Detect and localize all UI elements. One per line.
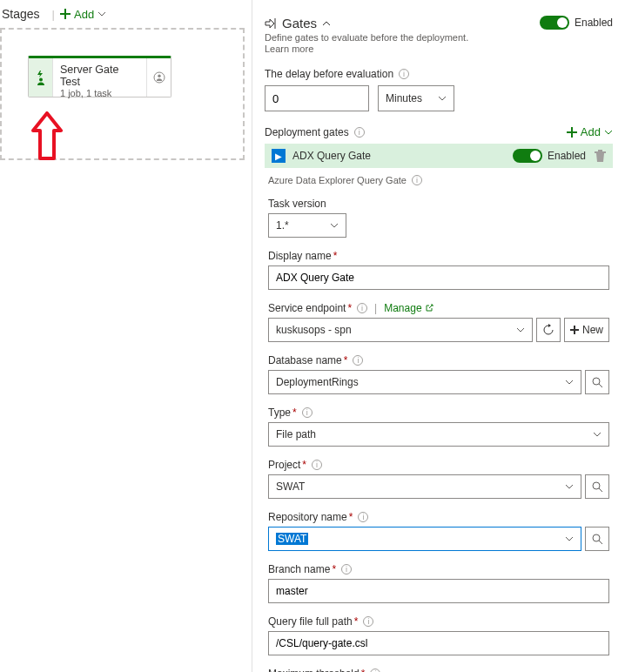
search-icon — [592, 481, 603, 493]
gates-subtitle: Define gates to evaluate before the depl… — [265, 32, 468, 43]
chevron-down-icon — [604, 128, 613, 137]
refresh-endpoint-button[interactable] — [536, 318, 561, 342]
refresh-icon — [542, 324, 554, 336]
red-arrow-annotation — [31, 111, 63, 162]
query-path-input[interactable] — [268, 631, 609, 655]
stage-name: Server Gate Test — [60, 64, 139, 88]
manage-endpoint-link[interactable]: Manage — [384, 302, 433, 314]
stage-body[interactable]: Server Gate Test 1 job, 1 task — [53, 58, 146, 97]
adx-icon: ▶ — [272, 149, 286, 163]
branch-label: Branch name* i — [268, 563, 609, 575]
gate-subtitle: Azure Data Explorer Query Gate i — [268, 175, 609, 185]
gates-title: Gates — [282, 16, 317, 30]
gates-header: Gates Define gates to evaluate before th… — [265, 16, 613, 54]
gates-panel: Gates Define gates to evaluate before th… — [252, 0, 625, 672]
new-endpoint-button[interactable]: New — [564, 318, 609, 342]
search-icon — [592, 377, 603, 388]
search-database-button[interactable] — [585, 370, 609, 394]
chevron-down-icon — [438, 94, 447, 103]
svg-point-5 — [593, 534, 600, 541]
stage-subtitle[interactable]: 1 job, 1 task — [60, 88, 139, 98]
info-icon[interactable]: i — [354, 127, 365, 138]
chevron-down-icon — [516, 326, 525, 334]
chevron-up-icon[interactable] — [322, 19, 331, 28]
learn-more-link[interactable]: Learn more — [265, 44, 468, 54]
display-name-label: Display name* — [268, 250, 609, 262]
post-deployment-conditions-button[interactable] — [146, 58, 171, 97]
plus-icon — [60, 9, 71, 19]
info-icon[interactable]: i — [412, 175, 422, 185]
info-icon[interactable]: i — [353, 355, 363, 366]
type-select[interactable]: File path — [268, 422, 609, 447]
gate-card: ▶ ADX Query Gate Enabled Azure Data Expl… — [265, 144, 613, 672]
info-icon[interactable]: i — [312, 460, 322, 470]
query-path-label: Query file full path* i — [268, 615, 609, 628]
chevron-down-icon — [565, 378, 574, 386]
plus-icon — [567, 127, 577, 138]
svg-point-2 — [158, 75, 160, 77]
stage-card[interactable]: Server Gate Test 1 job, 1 task — [28, 56, 171, 97]
service-endpoint-label: Service endpoint* i | Manage — [268, 302, 609, 314]
divider: | — [52, 8, 55, 21]
plus-icon — [570, 326, 579, 334]
info-icon[interactable]: i — [363, 616, 373, 627]
branch-input[interactable] — [268, 579, 609, 603]
lightning-icon — [36, 71, 46, 77]
info-icon[interactable]: i — [399, 69, 409, 79]
type-label: Type* i — [268, 407, 609, 419]
display-name-input[interactable] — [268, 265, 609, 290]
info-icon[interactable]: i — [302, 407, 312, 418]
delay-label: The delay before evaluation i — [265, 68, 613, 80]
add-gate-button[interactable]: Add — [567, 125, 613, 138]
deployment-gates-label: Deployment gates i — [265, 126, 365, 138]
chevron-down-icon — [330, 221, 339, 230]
project-select[interactable]: SWAT — [268, 474, 581, 499]
gate-enabled-label: Enabled — [548, 150, 586, 162]
repository-label: Repository name* i — [268, 511, 609, 523]
gates-enabled-toggle[interactable] — [540, 16, 569, 30]
stages-title: Stages — [2, 7, 47, 21]
info-icon[interactable]: i — [357, 303, 367, 313]
chevron-down-icon — [565, 534, 574, 543]
pre-deployment-conditions-button[interactable] — [29, 58, 53, 97]
gates-enter-icon — [265, 17, 277, 30]
task-version-label: Task version — [268, 198, 609, 210]
repository-select[interactable]: SWAT — [268, 527, 581, 551]
search-project-button[interactable] — [585, 474, 609, 499]
svg-point-4 — [593, 482, 600, 489]
delay-units-select[interactable]: Minutes — [378, 85, 454, 111]
person-circle-icon — [153, 71, 165, 84]
search-repository-button[interactable] — [585, 527, 609, 551]
person-icon — [36, 77, 46, 85]
delay-value-input[interactable] — [265, 85, 369, 111]
add-stage-button[interactable]: Add — [60, 8, 110, 21]
svg-point-0 — [39, 77, 43, 81]
chevron-down-icon — [565, 482, 574, 491]
info-icon[interactable]: i — [358, 512, 368, 522]
info-icon[interactable]: i — [370, 669, 380, 672]
gate-card-title: ADX Query Gate — [292, 150, 513, 162]
max-threshold-label: Maximum threshold* i — [268, 668, 609, 672]
project-label: Project* i — [268, 459, 609, 471]
task-version-select[interactable]: 1.* — [268, 213, 346, 238]
database-name-label: Database name* i — [268, 354, 609, 366]
external-link-icon — [425, 304, 433, 312]
gate-card-header[interactable]: ▶ ADX Query Gate Enabled — [265, 144, 613, 168]
add-stage-label: Add — [74, 8, 94, 21]
info-icon[interactable]: i — [341, 564, 352, 575]
svg-point-1 — [154, 72, 165, 83]
service-endpoint-select[interactable]: kuskusops - spn — [268, 318, 533, 342]
gates-enabled-label: Enabled — [575, 17, 613, 29]
database-name-select[interactable]: DeploymentRings — [268, 370, 581, 394]
chevron-down-icon — [97, 10, 106, 18]
search-icon — [592, 534, 603, 545]
stages-panel: Stages | Add Server Gate Test 1 job, 1 t… — [0, 0, 252, 672]
svg-point-3 — [593, 378, 600, 385]
gate-enabled-toggle[interactable] — [513, 149, 542, 163]
trash-icon[interactable] — [595, 150, 606, 162]
stages-header: Stages | Add — [0, 7, 252, 28]
chevron-down-icon — [593, 430, 601, 439]
